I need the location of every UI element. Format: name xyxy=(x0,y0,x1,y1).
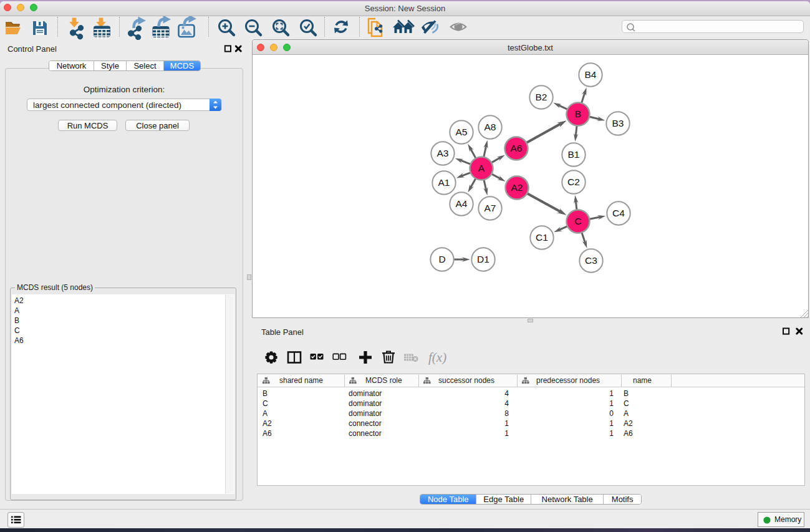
svg-text:A2: A2 xyxy=(511,182,523,193)
svg-text:A5: A5 xyxy=(456,127,468,137)
svg-text:C1: C1 xyxy=(536,232,548,243)
svg-text:C3: C3 xyxy=(585,255,597,266)
svg-text:C2: C2 xyxy=(567,177,580,187)
svg-text:B3: B3 xyxy=(612,118,624,128)
svg-text:A3: A3 xyxy=(437,148,449,158)
svg-text:B: B xyxy=(575,109,581,119)
svg-text:B4: B4 xyxy=(585,69,597,80)
svg-text:A7: A7 xyxy=(485,203,496,213)
svg-text:A8: A8 xyxy=(485,122,496,132)
svg-text:B2: B2 xyxy=(536,92,547,102)
svg-text:f(x): f(x) xyxy=(428,350,446,365)
svg-text:C: C xyxy=(574,216,581,226)
svg-text:A: A xyxy=(478,163,485,173)
svg-text:B1: B1 xyxy=(568,149,580,160)
svg-text:D: D xyxy=(438,254,445,264)
svg-text:D1: D1 xyxy=(477,254,489,264)
svg-text:C4: C4 xyxy=(612,208,625,218)
svg-text:A1: A1 xyxy=(438,177,450,188)
svg-text:A6: A6 xyxy=(511,143,523,153)
svg-text:A4: A4 xyxy=(456,198,468,209)
